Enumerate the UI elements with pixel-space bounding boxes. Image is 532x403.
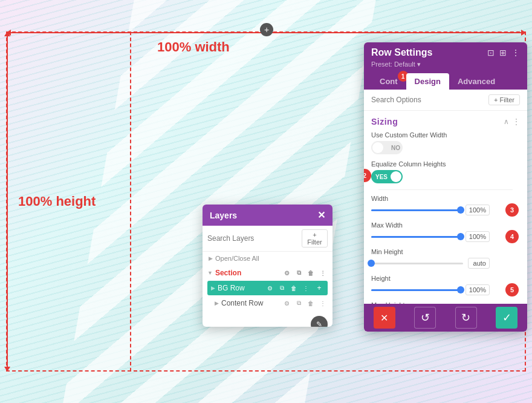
layers-open-all[interactable]: ▶ Open/Close All: [203, 252, 332, 265]
layers-search-bar: + Filter: [203, 226, 332, 252]
layers-close-button[interactable]: ✕: [317, 209, 325, 221]
bg-row-delete-icon[interactable]: 🗑: [289, 283, 299, 293]
arrow-up-head: [4, 31, 10, 36]
content-row-settings-icon[interactable]: ⚙: [282, 298, 291, 308]
preset-label[interactable]: Preset: Default ▾: [371, 61, 520, 68]
height-slider-fill: [371, 289, 461, 291]
save-icon: ✓: [502, 311, 511, 324]
settings-search-row: + Filter: [364, 90, 527, 111]
section-icons: ⚙ ⧉ 🗑 ⋮: [282, 268, 328, 278]
height-slider[interactable]: [371, 289, 461, 291]
bg-row-add-button[interactable]: +: [314, 283, 324, 293]
bg-row-duplicate-icon[interactable]: ⧉: [277, 283, 287, 293]
layers-edit-button[interactable]: ✎: [311, 316, 328, 327]
height-value[interactable]: 100%: [465, 284, 490, 295]
settings-search-input[interactable]: [371, 96, 488, 104]
tab-design[interactable]: Design: [406, 73, 449, 90]
columns-icon[interactable]: ⊞: [499, 48, 507, 57]
tab-design-label: Design: [415, 77, 441, 86]
row-settings-title-row: Row Settings ⊡ ⊞ ⋮: [371, 47, 520, 58]
more-options-icon[interactable]: ⋮: [511, 48, 520, 57]
bg-row-label: BG Row: [218, 284, 262, 292]
content-row-label: Content Row: [221, 299, 279, 307]
redo-icon: ↻: [461, 311, 470, 324]
equalize-heights-toggle-label: YES: [375, 174, 388, 180]
cancel-button[interactable]: ✕: [374, 307, 395, 329]
tab-content-label: Cont: [380, 77, 398, 86]
section-more-icon[interactable]: ⋮: [318, 268, 328, 278]
tab-content[interactable]: Cont 1: [371, 73, 406, 90]
row-settings-body: + Filter Sizing ∧ ⋮ Use Custom Gutter Wi…: [364, 90, 527, 332]
layers-search-input[interactable]: [207, 234, 298, 243]
section-label: Section: [215, 269, 279, 277]
max-width-slider-thumb[interactable]: [457, 233, 464, 240]
max-width-slider-fill: [371, 236, 461, 238]
row-settings-header: Row Settings ⊡ ⊞ ⋮ Preset: Default ▾ Con…: [364, 42, 527, 90]
bg-row-more-icon[interactable]: ⋮: [301, 283, 311, 293]
settings-filter-button[interactable]: + Filter: [488, 94, 520, 105]
section-duplicate-icon[interactable]: ⧉: [294, 268, 303, 278]
save-button[interactable]: ✓: [496, 307, 517, 329]
row-settings-header-icons: ⊡ ⊞ ⋮: [487, 48, 520, 57]
custom-gutter-toggle-label: NO: [391, 145, 400, 151]
sizing-more-icon[interactable]: ⋮: [513, 117, 520, 126]
content-row-icons: ⚙ ⧉ 🗑 ⋮: [282, 298, 328, 308]
min-height-value[interactable]: auto: [468, 258, 490, 269]
custom-gutter-field: Use Custom Gutter Width NO: [371, 131, 520, 154]
min-height-slider-thumb[interactable]: [368, 260, 375, 267]
content-row-more-icon[interactable]: ⋮: [318, 298, 328, 308]
min-height-label: Min Height: [371, 248, 520, 255]
custom-gutter-toggle[interactable]: NO: [371, 141, 403, 154]
height-slider-thumb[interactable]: [457, 286, 464, 293]
equalize-heights-knob: [391, 171, 401, 182]
reset-button[interactable]: ↺: [414, 307, 436, 329]
max-width-slider[interactable]: [371, 236, 461, 238]
row-settings-tabs: Cont 1 Design Advanced: [371, 73, 520, 90]
tree-section-row: ▼ Section ⚙ ⧉ 🗑 ⋮: [203, 266, 332, 280]
open-all-chevron: ▶: [209, 255, 213, 261]
max-width-label: Max Width: [371, 221, 520, 229]
bg-row-chevron[interactable]: ▶: [211, 285, 215, 291]
equalize-heights-field: Equalize Column Heights YES 2: [371, 160, 520, 183]
redo-button[interactable]: ↻: [455, 307, 477, 329]
tree-bg-row: ▶ BG Row ⚙ ⧉ 🗑 ⋮ +: [207, 281, 328, 295]
content-row-delete-icon[interactable]: 🗑: [306, 298, 316, 308]
add-section-button[interactable]: +: [260, 23, 273, 36]
section-chevron[interactable]: ▼: [207, 270, 213, 276]
sizing-section-header: Sizing ∧ ⋮: [371, 117, 520, 126]
layers-filter-button[interactable]: + Filter: [302, 229, 328, 247]
cancel-icon: ✕: [380, 312, 388, 324]
max-width-value[interactable]: 100%: [465, 231, 490, 242]
section-delete-icon[interactable]: 🗑: [306, 268, 316, 278]
dashed-center-border: [130, 31, 131, 372]
bg-row-settings-icon[interactable]: ⚙: [265, 283, 274, 293]
responsive-icon[interactable]: ⊡: [487, 48, 495, 57]
width-label-field: Width: [371, 195, 520, 202]
height-field: Height 100% 5: [371, 275, 520, 295]
height-slider-row: 100% 5: [371, 284, 520, 295]
min-height-slider[interactable]: [371, 263, 463, 264]
equalize-heights-toggle[interactable]: YES: [371, 170, 403, 183]
width-slider-row: 100% 3: [371, 205, 520, 215]
max-width-field: Max Width 100% 4: [371, 221, 520, 242]
width-field: Width 100% 3: [371, 195, 520, 215]
badge-3: 3: [505, 203, 519, 217]
tab-advanced[interactable]: Advanced: [449, 73, 504, 90]
section-settings-icon[interactable]: ⚙: [282, 268, 291, 278]
width-label: 100% width: [157, 39, 230, 55]
content-row-duplicate-icon[interactable]: ⧉: [294, 298, 303, 308]
arrow-down-head: [4, 367, 10, 372]
divider-1: [378, 189, 513, 190]
sizing-section-icons: ∧ ⋮: [504, 117, 520, 126]
badge-4: 4: [505, 230, 519, 243]
width-slider-thumb[interactable]: [457, 206, 464, 214]
badge-5: 5: [505, 283, 519, 297]
content-row-chevron[interactable]: ▶: [215, 300, 219, 306]
custom-gutter-toggle-row: NO: [371, 141, 520, 154]
width-value[interactable]: 100%: [465, 205, 490, 215]
sizing-section: Sizing ∧ ⋮ Use Custom Gutter Width NO: [364, 111, 527, 332]
width-slider[interactable]: [371, 209, 461, 211]
arrow-right-head: [521, 30, 526, 36]
max-width-slider-row: 100% 4: [371, 231, 520, 242]
sizing-collapse-icon[interactable]: ∧: [504, 117, 509, 126]
